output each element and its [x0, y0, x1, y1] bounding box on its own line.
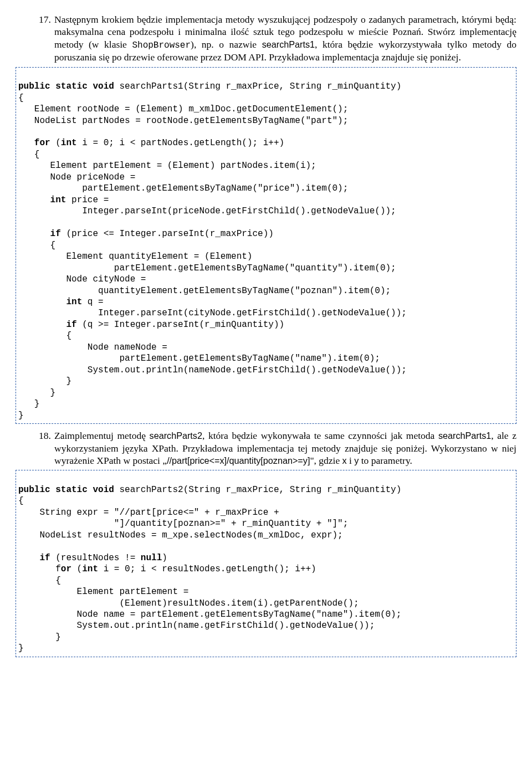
code: [18, 320, 66, 330]
code: }: [18, 388, 55, 398]
kw: int: [61, 138, 77, 148]
code: {: [18, 150, 39, 160]
code: (Element)resultNodes.item(i).getParentNo…: [18, 598, 359, 608]
code: (price <= Integer.parseInt(r_maxPrice)): [61, 229, 274, 239]
code: searchParts2(String r_maxPrice, String r…: [114, 485, 401, 495]
code: {: [18, 576, 61, 586]
kw: if: [39, 553, 50, 563]
inline-code: ShopBrowser: [132, 40, 191, 50]
code: q =: [82, 297, 103, 307]
code: {: [18, 331, 71, 341]
code-block-searchparts2: public static void searchParts2(String r…: [16, 470, 516, 657]
code: [18, 297, 66, 307]
item-number: 18.: [39, 429, 54, 467]
text: ), np. o nazwie: [191, 39, 262, 50]
code: Integer.parseInt(priceNode.getFirstChild…: [18, 206, 396, 216]
code: (resultNodes !=: [50, 553, 141, 563]
code: "]/quantity[poznan>=" + r_minQuantity + …: [18, 519, 348, 529]
code: }: [18, 411, 24, 421]
code: partElement.getElementsByTagName("quanti…: [18, 263, 396, 273]
code: f: [18, 564, 61, 574]
text: ", gdzie: [310, 455, 342, 466]
code: Element rootNode = (Element) m_xmlDoc.ge…: [18, 104, 348, 114]
code: System.out.println(nameNode.getFirstChil…: [18, 365, 407, 375]
code: System.out.println(name.getFirstChild().…: [18, 621, 375, 631]
code: NodeList partNodes = rootNode.getElement…: [18, 116, 348, 126]
inline-code: searchParts1: [262, 39, 315, 49]
kw: if: [66, 320, 76, 330]
list-item-17: 17. Następnym krokiem będzie implementac…: [16, 13, 516, 64]
code: String expr = "//part[price<=" + r_maxPr…: [18, 508, 279, 518]
kw: null: [141, 553, 162, 563]
code: [18, 229, 50, 239]
code: i = 0; i < partNodes.getLength(); i++): [77, 138, 284, 148]
text: to parametry.: [359, 455, 412, 466]
kw: public static void: [18, 485, 114, 495]
code: searchParts1(String r_maxPrice, String r…: [114, 81, 401, 91]
code: {: [18, 496, 24, 506]
code: Node priceNode =: [18, 172, 135, 182]
code: }: [18, 399, 39, 409]
kw: or: [61, 564, 71, 574]
code: Element quantityElement = (Element): [18, 252, 252, 262]
code: NodeList resultNodes = m_xpe.selectNodes…: [18, 530, 343, 540]
code: ): [162, 553, 167, 563]
item-18-text: Zaimplementuj metodę searchParts2, która…: [54, 429, 516, 467]
code: Element partElement = (Element) partNode…: [18, 161, 316, 171]
kw: if: [50, 229, 61, 239]
inline-code: searchParts1: [438, 431, 491, 441]
kw: for: [34, 138, 50, 148]
code-block-searchparts1: public static void searchParts1(String r…: [16, 67, 516, 424]
inline-code: //part[price<=x]/quantity[poznan>=y]: [167, 455, 310, 465]
item-number: 17.: [39, 13, 54, 64]
code: Integer.parseInt(cityNode.getFirstChild(…: [18, 308, 407, 318]
kw: int: [66, 297, 82, 307]
list-item-18: 18. Zaimplementuj metodę searchParts2, k…: [16, 429, 516, 467]
code: quantityElement.getElementsByTagName("po…: [18, 286, 391, 296]
code: partElement.getElementsByTagName("name")…: [18, 354, 380, 363]
code: partElement.getElementsByTagName("price"…: [18, 183, 348, 193]
text: i: [347, 455, 355, 466]
code: Element partElement =: [18, 587, 188, 597]
code: price =: [66, 195, 109, 205]
code: {: [18, 93, 24, 103]
code: (q >= Integer.parseInt(r_minQuantity)): [77, 320, 284, 330]
code: [18, 195, 50, 205]
code: Node cityNode =: [18, 274, 146, 284]
item-17-text: Następnym krokiem będzie implementacja m…: [54, 13, 516, 64]
code: }: [18, 643, 24, 653]
kw: int: [50, 195, 66, 205]
code: [18, 553, 39, 563]
kw: public static void: [18, 81, 114, 91]
kw: int: [82, 564, 98, 574]
code: Node nameNode =: [18, 342, 167, 352]
inline-code: searchParts2: [150, 431, 202, 441]
code: [18, 138, 34, 148]
code: {: [18, 240, 55, 250]
code: }: [18, 632, 61, 642]
text: Zaimplementuj metodę: [54, 430, 150, 441]
code: Node name = partElement.getElementsByTag…: [18, 610, 401, 619]
code: (: [71, 564, 82, 574]
code: }: [18, 376, 71, 386]
code: i = 0; i < resultNodes.getLength(); i++): [98, 564, 316, 574]
code: (: [50, 138, 61, 148]
text: , która będzie wykonywała te same czynno…: [202, 430, 438, 441]
inline-code: x: [342, 455, 347, 465]
